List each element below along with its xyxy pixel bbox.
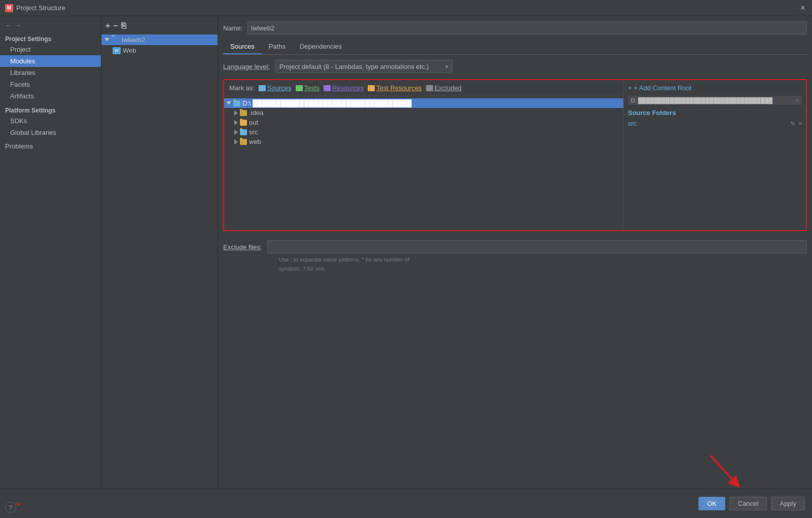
expand-root-icon — [226, 101, 231, 105]
tree-item-idea-label: .idea — [249, 109, 263, 117]
mark-as-tests-button[interactable]: Tests — [296, 84, 320, 92]
apply-button[interactable]: Apply — [771, 497, 805, 510]
exclude-hint-line1: Use ; to separate name patterns, * for a… — [279, 256, 409, 263]
language-level-select-wrapper: Project default (8 - Lambdas, type annot… — [275, 60, 452, 73]
exclude-files-input[interactable] — [267, 240, 807, 253]
module-item-web[interactable]: W Web — [101, 45, 218, 56]
sidebar-item-artifacts[interactable]: Artifacts — [0, 90, 101, 102]
sources-folder-icon — [259, 85, 266, 91]
delete-source-folder-button[interactable]: × — [798, 120, 802, 127]
exclude-files-label: Exclude files: — [223, 243, 262, 251]
module-tree-toolbar: + − ⎘ — [101, 19, 218, 34]
source-folder-src-label: src — [628, 120, 637, 127]
cancel-button[interactable]: Cancel — [729, 497, 767, 510]
source-folder-item-src: src ✎ × — [628, 119, 802, 128]
language-level-row: Language level: Project default (8 - Lam… — [223, 60, 807, 73]
sidebar-item-modules[interactable]: Modules — [0, 55, 101, 67]
content-root-close-icon[interactable]: × — [796, 97, 799, 103]
file-tree: D:\ ██████████████████████████████████ .… — [224, 96, 623, 230]
add-content-root-label: + Add Content Root — [634, 84, 692, 92]
sidebar: ← → Project Settings Project Modules Lib… — [0, 16, 101, 489]
resources-folder-icon — [324, 85, 331, 91]
sidebar-item-project[interactable]: Project — [0, 44, 101, 55]
web-icon: W — [113, 47, 121, 54]
platform-settings-title: Platform Settings — [0, 102, 101, 115]
sources-left: Mark as: Sources Tests Resources — [224, 80, 623, 230]
module-folder-icon — [112, 36, 120, 43]
sidebar-item-sdks[interactable]: SDKs — [0, 115, 101, 127]
tree-item-root[interactable]: D:\ ██████████████████████████████████ — [224, 98, 623, 108]
tree-item-out[interactable]: out — [224, 118, 623, 127]
sidebar-item-problems[interactable]: Problems — [0, 140, 101, 152]
exclude-hint-line2: symbols, ? for one. — [279, 266, 326, 272]
copy-module-button[interactable]: ⎘ — [121, 21, 126, 30]
mark-as-resources-button[interactable]: Resources — [324, 84, 364, 92]
name-label: Name: — [223, 24, 243, 32]
name-input[interactable] — [248, 21, 807, 34]
content-root-path-text: D: ██████████████████████████████████ — [631, 97, 772, 103]
main-layout: ← → Project Settings Project Modules Lib… — [0, 16, 812, 489]
tree-item-out-label: out — [249, 119, 258, 126]
tree-item-web-label: web — [249, 138, 261, 145]
content-area: Name: Sources Paths Dependencies Languag… — [218, 16, 812, 489]
expand-icon — [104, 38, 110, 42]
close-button[interactable]: × — [799, 4, 807, 12]
mark-as-sources-button[interactable]: Sources — [259, 84, 292, 92]
sidebar-nav-row: ← → — [0, 20, 101, 30]
web-folder-icon — [240, 139, 247, 145]
exclude-files-row: Exclude files: — [223, 240, 807, 253]
tabs-row: Sources Paths Dependencies — [223, 40, 807, 55]
edit-source-folder-button[interactable]: ✎ — [790, 120, 795, 127]
arrow-area: → — [7, 494, 694, 513]
module-tree-panel: + − ⎘ lwlweb2 W Web — [101, 16, 218, 489]
sidebar-item-libraries[interactable]: Libraries — [0, 67, 101, 79]
project-settings-title: Project Settings — [0, 32, 101, 44]
content-root-path: D: ██████████████████████████████████ × — [628, 96, 802, 105]
test-resources-folder-icon — [368, 85, 375, 91]
title-bar: M Project Structure × — [0, 0, 812, 16]
add-module-button[interactable]: + — [105, 21, 110, 30]
excluded-folder-icon — [426, 85, 433, 91]
tree-item-idea[interactable]: .idea — [224, 108, 623, 118]
sources-panel: Mark as: Sources Tests Resources — [223, 79, 807, 231]
remove-module-button[interactable]: − — [113, 21, 118, 30]
source-folders-title: Source Folders — [628, 109, 802, 117]
plus-icon: + — [628, 84, 632, 92]
tree-item-web[interactable]: web — [224, 137, 623, 146]
language-level-select[interactable]: Project default (8 - Lambdas, type annot… — [275, 60, 452, 73]
app-icon: M — [5, 4, 13, 12]
tab-paths[interactable]: Paths — [262, 40, 293, 54]
mark-as-label: Mark as: — [229, 84, 255, 92]
sidebar-item-global-libraries[interactable]: Global Libraries — [0, 127, 101, 138]
add-content-root-button[interactable]: + + Add Content Root — [628, 84, 802, 92]
expand-src-icon — [234, 130, 238, 135]
web-label: Web — [123, 47, 136, 54]
ok-button[interactable]: OK — [698, 497, 725, 510]
module-item-lwlweb2[interactable]: lwlweb2 — [101, 34, 218, 45]
mark-as-test-resources-button[interactable]: Test Resources — [368, 84, 422, 92]
sources-right-panel: + + Add Content Root D: ████████████████… — [623, 80, 806, 230]
tab-dependencies[interactable]: Dependencies — [293, 40, 349, 54]
nav-forward-button[interactable]: → — [14, 21, 21, 29]
module-label: lwlweb2 — [122, 36, 145, 44]
root-folder-icon — [233, 100, 240, 106]
expand-web-icon — [234, 139, 238, 144]
out-folder-icon — [240, 120, 247, 126]
tree-item-root-label: D:\ ██████████████████████████████████ — [242, 99, 411, 107]
window-title: Project Structure — [16, 4, 65, 12]
tree-item-src[interactable]: src — [224, 127, 623, 137]
source-folder-actions: ✎ × — [790, 120, 802, 127]
project-structure-dialog: M Project Structure × ← → Project Settin… — [0, 0, 812, 518]
expand-idea-icon — [234, 110, 238, 116]
language-level-label: Language level: — [223, 63, 270, 70]
nav-back-button[interactable]: ← — [5, 21, 12, 29]
src-folder-icon — [240, 129, 247, 135]
sidebar-item-facets[interactable]: Facets — [0, 79, 101, 90]
help-button[interactable]: ? — [5, 502, 16, 513]
tests-folder-icon — [296, 85, 303, 91]
tab-sources[interactable]: Sources — [223, 40, 262, 54]
idea-folder-icon — [240, 110, 247, 116]
mark-as-row: Mark as: Sources Tests Resources — [224, 80, 623, 96]
mark-as-excluded-button[interactable]: Excluded — [426, 84, 462, 92]
bottom-bar: → OK Cancel Apply — [0, 489, 812, 518]
